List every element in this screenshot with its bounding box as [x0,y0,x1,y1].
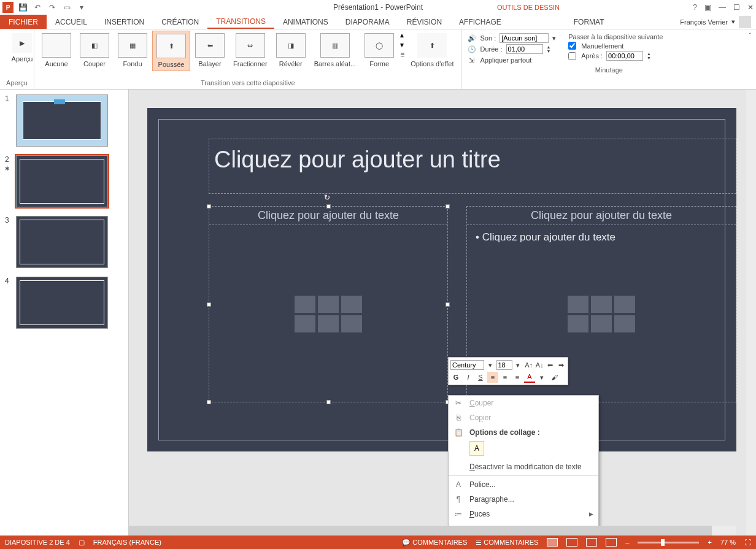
zoom-out-button[interactable]: – [625,539,629,546]
sorter-view-button[interactable] [566,538,577,547]
spin-down-icon[interactable]: ▼ [547,49,551,53]
spin-down-icon[interactable]: ▼ [647,56,651,60]
slide-thumb[interactable] [16,94,108,147]
status-slide[interactable]: DIAPOSITIVE 2 DE 4 [5,539,70,546]
ribbon-display-icon[interactable]: ▣ [704,3,711,12]
rotate-handle-icon[interactable]: ↻ [324,193,330,202]
redo-icon[interactable]: ↷ [47,2,58,13]
tab-home[interactable]: ACCUEIL [47,15,96,29]
slide-thumb[interactable] [16,216,108,268]
user-name[interactable]: François Verrier [680,18,728,26]
tab-slideshow[interactable]: DIAPORAMA [337,15,398,29]
tab-review[interactable]: RÉVISION [398,15,450,29]
gallery-up-icon[interactable]: ▴ [400,31,404,39]
dropdown-icon[interactable]: ▾ [485,359,495,370]
collapse-ribbon-icon[interactable]: ˇ [749,32,751,39]
font-size-input[interactable] [496,360,512,370]
undo-icon[interactable]: ↶ [32,2,43,13]
transition-randombars[interactable]: ▥Barres aléat... [310,31,360,70]
zoom-slider[interactable] [638,542,699,543]
tab-transitions[interactable]: TRANSITIONS [207,15,274,29]
italic-button[interactable]: I [463,372,474,383]
manual-checkbox[interactable] [568,42,576,50]
tab-insert[interactable]: INSERTION [96,15,153,29]
none-icon [42,33,71,58]
dropdown-icon[interactable]: ▾ [536,372,547,383]
after-checkbox[interactable] [568,52,576,60]
vertical-scrollbar[interactable] [746,90,756,536]
tab-format[interactable]: FORMAT [565,15,613,29]
notes-button[interactable]: ☰ COMMENTAIRES [476,539,538,547]
minimize-icon[interactable]: — [719,3,726,12]
qat-more-icon[interactable]: ▾ [76,2,87,13]
align-center-button[interactable]: ≡ [500,372,511,383]
help-icon[interactable]: ? [693,3,697,12]
content-type-icons[interactable] [295,296,362,332]
horizontal-scrollbar[interactable] [129,526,736,536]
transition-cut[interactable]: ◧Couper [76,31,113,70]
mini-toolbar[interactable]: ▾ ▾ A↑ A↓ ⬅ ➡ G I S ≡ ≡ ≡ A ▾ 🖌 [448,357,568,385]
format-painter-icon[interactable]: 🖌 [549,372,560,383]
ctx-paragraph[interactable]: ¶Paragraphe... [449,492,598,507]
transition-wipe[interactable]: ⬅Balayer [191,31,228,70]
fit-window-button[interactable]: ⛶ [744,539,751,546]
user-menu-icon[interactable]: ▾ [731,18,735,26]
maximize-icon[interactable]: ☐ [733,3,740,12]
bold-button[interactable]: G [450,372,461,383]
align-left-button[interactable]: ≡ [487,372,498,383]
align-right-button[interactable]: ≡ [512,372,523,383]
content-type-icons[interactable] [568,296,635,332]
paste-keep-text-button[interactable]: A [469,441,484,456]
increase-indent-icon[interactable]: ➡ [557,359,566,370]
spin-up-icon[interactable]: ▲ [547,45,551,49]
slide-editor[interactable]: Cliquez pour ajouter un titre Cliquez po… [129,90,746,536]
decrease-font-icon[interactable]: A↓ [535,359,545,370]
gallery-down-icon[interactable]: ▾ [400,40,404,49]
transition-split[interactable]: ⇔Fractionner [230,31,271,70]
transition-shape[interactable]: ◯Forme [361,31,398,70]
increase-font-icon[interactable]: A↑ [524,359,534,370]
zoom-in-button[interactable]: + [708,539,711,546]
slide-thumb[interactable] [16,155,108,207]
dropdown-icon[interactable]: ▾ [552,34,556,42]
zoom-value[interactable]: 77 % [720,539,736,546]
tab-animations[interactable]: ANIMATIONS [274,15,337,29]
status-language[interactable]: FRANÇAIS (FRANCE) [93,539,161,546]
after-input[interactable] [606,51,643,61]
apply-all-button[interactable]: Appliquer partout [480,56,532,64]
transition-none[interactable]: Aucune [38,31,75,70]
underline-button[interactable]: S [475,372,486,383]
comments-button[interactable]: 💬 COMMENTAIRES [402,539,467,547]
font-color-button[interactable]: A [524,372,535,383]
sound-select[interactable] [500,33,549,43]
spin-up-icon[interactable]: ▲ [647,52,651,56]
ctx-bullets[interactable]: ≔Puces▶ [449,507,598,521]
title-placeholder[interactable]: Cliquez pour ajouter un titre [209,139,736,194]
slideshow-view-button[interactable] [606,538,617,547]
save-icon[interactable]: 💾 [17,2,28,13]
spellcheck-icon[interactable]: ▢ [79,539,85,547]
reading-view-button[interactable] [586,538,597,547]
gallery-more-icon[interactable]: ≡ [400,50,404,59]
slide-thumb[interactable] [16,277,108,329]
user-avatar[interactable] [739,16,751,28]
transition-push[interactable]: ⬆Poussée [152,31,190,71]
close-icon[interactable]: ✕ [747,3,754,12]
content-placeholder-left[interactable]: Cliquez pour ajouter du texte ↻ [209,206,448,402]
normal-view-button[interactable] [547,538,558,547]
dropdown-icon[interactable]: ▾ [514,359,523,370]
tab-view[interactable]: AFFICHAGE [450,15,510,29]
ctx-stop-edit[interactable]: Désactiver la modification de texte [449,459,598,474]
start-slideshow-icon[interactable]: ▭ [61,2,72,13]
decrease-indent-icon[interactable]: ⬅ [546,359,555,370]
transition-fade[interactable]: ▦Fondu [114,31,151,70]
tab-design[interactable]: CRÉATION [153,15,207,29]
slide-panel[interactable]: 1 2✱ 3 4 [0,90,129,536]
ctx-font[interactable]: APolice... [449,477,598,492]
transition-reveal[interactable]: ◨Révéler [272,31,309,70]
duration-input[interactable] [506,44,543,54]
tab-file[interactable]: FICHIER [0,15,47,29]
slide-canvas[interactable]: Cliquez pour ajouter un titre Cliquez po… [147,108,736,451]
effect-options-button[interactable]: ⬆Options d'effet [407,31,457,70]
font-family-input[interactable] [450,360,484,370]
